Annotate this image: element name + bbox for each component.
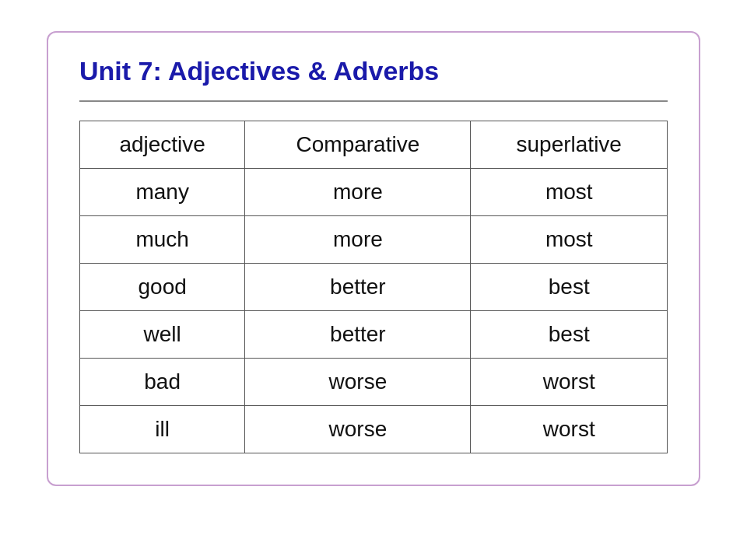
- table-cell: best: [471, 311, 668, 359]
- table-cell: worst: [471, 359, 668, 406]
- table-row: goodbetterbest: [80, 264, 668, 311]
- table-row: badworseworst: [80, 359, 668, 406]
- table-cell: many: [80, 169, 245, 216]
- table-cell: more: [245, 169, 471, 216]
- table-row: illworseworst: [80, 406, 668, 453]
- table-row: wellbetterbest: [80, 311, 668, 359]
- table-row: manymoremost: [80, 169, 668, 216]
- table-cell: worst: [471, 406, 668, 453]
- table-cell: most: [471, 169, 668, 216]
- table-cell: bad: [80, 359, 245, 406]
- table-header-cell: superlative: [471, 121, 668, 169]
- table-cell: most: [471, 216, 668, 264]
- grammar-table: adjectiveComparativesuperlativemanymorem…: [79, 121, 668, 453]
- table-header-cell: Comparative: [245, 121, 471, 169]
- table-cell: better: [245, 311, 471, 359]
- table-cell: best: [471, 264, 668, 311]
- table-cell: much: [80, 216, 245, 264]
- table-cell: better: [245, 264, 471, 311]
- table-header-cell: adjective: [80, 121, 245, 169]
- table-cell: good: [80, 264, 245, 311]
- table-cell: worse: [245, 406, 471, 453]
- table-cell: more: [245, 216, 471, 264]
- title-divider: [79, 100, 668, 102]
- table-cell: well: [80, 311, 245, 359]
- table-cell: worse: [245, 359, 471, 406]
- table-cell: ill: [80, 406, 245, 453]
- page-container: Unit 7: Adjectives & Adverbs adjectiveCo…: [47, 31, 700, 486]
- table-row: muchmoremost: [80, 216, 668, 264]
- page-title: Unit 7: Adjectives & Adverbs: [79, 56, 668, 86]
